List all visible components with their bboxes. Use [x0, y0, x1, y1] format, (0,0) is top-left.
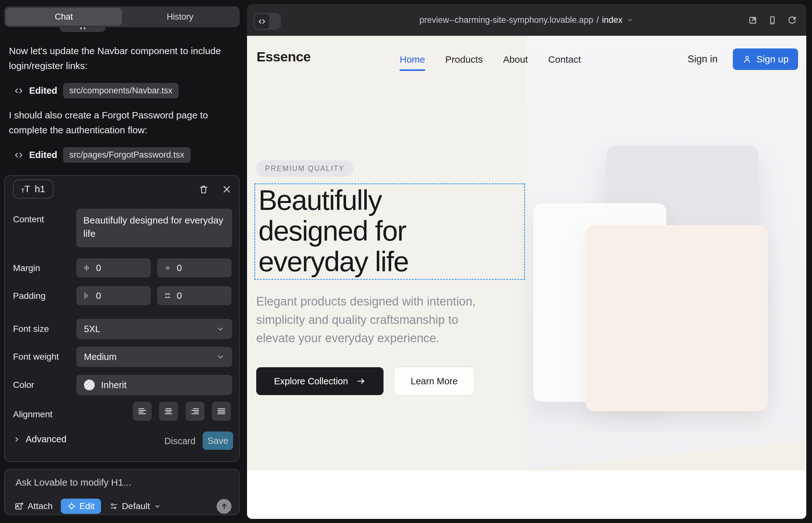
- edited-file-row: Edited src/components/Navbar.tsx: [14, 83, 179, 98]
- mobile-preview-icon[interactable]: [768, 16, 777, 25]
- align-center-icon: [163, 406, 174, 416]
- preview-browser-window: preview--charming-site-symphony.lovable.…: [247, 4, 806, 519]
- composer-input[interactable]: Ask Lovable to modify H1...: [16, 477, 131, 488]
- url-bar[interactable]: preview--charming-site-symphony.lovable.…: [247, 4, 806, 36]
- sliders-icon: [109, 502, 118, 511]
- chevron-down-icon: [216, 325, 225, 333]
- nav-link-home[interactable]: Home: [400, 54, 425, 71]
- alignment-label: Alignment: [13, 409, 53, 419]
- next-section-background: [247, 470, 806, 519]
- explore-collection-button[interactable]: Explore Collection: [256, 367, 384, 395]
- margin-x-input[interactable]: 0: [76, 258, 151, 277]
- font-size-select[interactable]: 5XL: [76, 319, 232, 339]
- align-left-button[interactable]: [133, 402, 152, 421]
- learn-more-button[interactable]: Learn More: [394, 366, 475, 396]
- attach-image-icon: [14, 502, 24, 511]
- url-host: preview--charming-site-symphony.lovable.…: [420, 15, 594, 25]
- padding-y-input[interactable]: 0: [157, 286, 231, 305]
- align-left-icon: [137, 406, 147, 416]
- chevron-down-icon: [154, 502, 161, 510]
- chat-history-tabs: Chat History: [4, 6, 240, 27]
- tab-chat[interactable]: Chat: [6, 8, 122, 26]
- file-path-chip[interactable]: src/pages/ForgotPassword.tsx: [63, 147, 191, 163]
- save-button[interactable]: Save: [203, 432, 233, 450]
- content-input[interactable]: Beautifully designed for everyday life: [76, 209, 232, 247]
- browser-actions: [748, 16, 797, 25]
- align-right-button[interactable]: [186, 402, 205, 421]
- delete-element-icon[interactable]: [198, 184, 209, 195]
- arrow-right-icon: [356, 376, 366, 386]
- align-right-icon: [190, 406, 200, 416]
- auth-actions: Sign in Sign up: [688, 49, 798, 70]
- close-editor-icon[interactable]: [222, 184, 231, 194]
- open-external-icon[interactable]: [748, 16, 758, 25]
- code-icon: [14, 150, 23, 160]
- user-icon: [742, 54, 752, 64]
- sign-up-button[interactable]: Sign up: [733, 49, 798, 70]
- arrow-up-icon: [220, 502, 228, 510]
- decor-card-peach: [586, 225, 768, 411]
- align-justify-icon: [216, 406, 226, 416]
- padding-label: Padding: [13, 291, 46, 301]
- margin-label: Margin: [13, 263, 40, 273]
- padding-x-input[interactable]: 0: [76, 286, 151, 305]
- color-swatch-transparent: [84, 380, 95, 390]
- margin-y-icon: [163, 264, 172, 272]
- nav-link-products[interactable]: Products: [445, 54, 483, 71]
- sign-in-link[interactable]: Sign in: [688, 54, 718, 65]
- edit-mode-button[interactable]: Edit: [61, 499, 101, 514]
- content-label: Content: [13, 214, 44, 224]
- attach-button[interactable]: Attach: [14, 501, 53, 511]
- edited-file-row: Edited src/pages/ForgotPassword.tsx: [14, 147, 191, 163]
- align-center-button[interactable]: [159, 402, 178, 421]
- nav-link-contact[interactable]: Contact: [548, 54, 581, 71]
- file-path-chip[interactable]: src/components/Navbar.tsx: [63, 83, 179, 98]
- scrolled-chip-fragment: [60, 27, 105, 32]
- align-justify-button[interactable]: [212, 402, 231, 421]
- padding-y-icon: [163, 292, 172, 300]
- composer-toolbar: Attach Edit Default: [14, 499, 231, 514]
- code-icon: [14, 86, 23, 96]
- typography-icon: тT: [21, 184, 30, 194]
- font-weight-select[interactable]: Medium: [76, 347, 232, 367]
- font-weight-label: Font weight: [13, 352, 59, 362]
- margin-y-input[interactable]: 0: [157, 258, 231, 277]
- tab-history[interactable]: History: [122, 8, 238, 26]
- padding-x-icon: [83, 292, 91, 300]
- chevron-down-icon: [626, 16, 634, 24]
- advanced-toggle[interactable]: Advanced: [13, 434, 67, 445]
- color-label: Color: [13, 380, 34, 390]
- margin-x-icon: [83, 264, 91, 272]
- chevron-right-icon: [13, 436, 21, 443]
- element-editor-panel: тT h1 Content Beautifully designed for e…: [4, 175, 240, 462]
- url-page: index: [602, 15, 623, 25]
- hero-heading[interactable]: Beautifully designed for everyday life: [259, 185, 408, 277]
- lovable-side-panel: Chat History Now let's update the Navbar…: [0, 0, 247, 523]
- site-viewport: Essence Home Products About Contact Sign…: [247, 36, 806, 519]
- edited-label: Edited: [29, 150, 57, 160]
- chat-composer: Ask Lovable to modify H1... Attach Edit …: [4, 469, 240, 515]
- target-icon: [67, 502, 76, 511]
- hero-description: Elegant products designed with intention…: [256, 292, 476, 347]
- selected-element-tag[interactable]: тT h1: [13, 180, 54, 198]
- color-select[interactable]: Inherit: [76, 375, 232, 395]
- hero-badge: PREMIUM QUALITY: [256, 160, 353, 177]
- site-nav: Home Products About Contact: [400, 54, 581, 71]
- font-size-label: Font size: [13, 324, 49, 334]
- chat-message: I should also create a Forgot Password p…: [9, 108, 232, 138]
- model-selector[interactable]: Default: [109, 501, 161, 511]
- site-logo[interactable]: Essence: [257, 49, 311, 65]
- send-button[interactable]: [217, 499, 231, 514]
- discard-button[interactable]: Discard: [164, 436, 195, 446]
- refresh-icon[interactable]: [787, 16, 797, 25]
- url-separator: /: [596, 15, 599, 25]
- chat-message: Now let's update the Navbar component to…: [9, 43, 232, 73]
- nav-link-about[interactable]: About: [503, 54, 528, 71]
- h1-selection-outline[interactable]: Beautifully designed for everyday life: [254, 183, 525, 280]
- chevron-down-icon: [216, 353, 225, 361]
- edited-label: Edited: [29, 86, 57, 96]
